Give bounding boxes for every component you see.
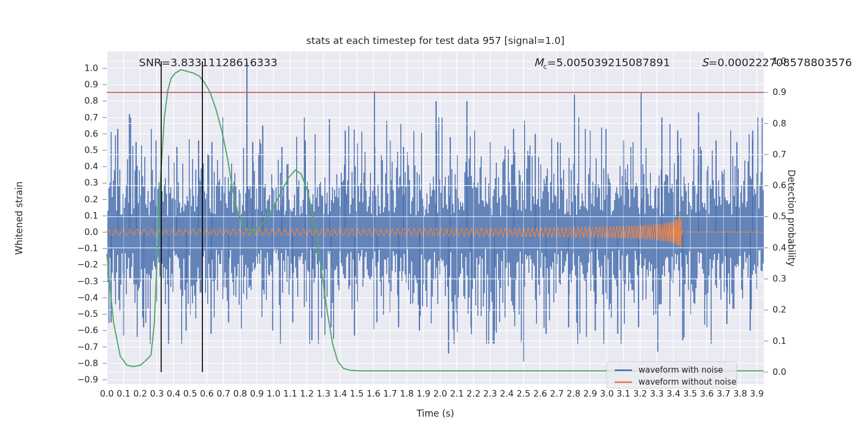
annotation-mc-value: =5.005039215087891	[547, 56, 670, 69]
annotation-s-value: =0.000222708578803576	[709, 56, 852, 69]
annotation-snr: SNR=3.83311128616333	[139, 56, 278, 69]
left-y-axis-label: Whitened strain	[14, 158, 24, 278]
chart-title: stats at each timestep for test data 957…	[107, 35, 764, 46]
legend-swatch-orange	[615, 381, 632, 383]
legend-swatch-blue	[615, 369, 632, 371]
legend-entry-signal: waveform without noise	[607, 376, 736, 388]
annotation-mc-var: M	[534, 56, 543, 69]
annotation-chirp-mass: Mc=5.005039215087891	[534, 56, 670, 71]
annotation-snr-text: SNR=3.83311128616333	[139, 56, 278, 69]
legend-label: waveform without noise	[639, 377, 736, 387]
figure: stats at each timestep for test data 957…	[0, 0, 868, 434]
right-y-axis-label: Detection probability	[786, 158, 797, 278]
annotation-s-var: S	[701, 56, 709, 69]
legend-entry-noise: waveform with noise	[607, 364, 736, 376]
annotation-score: S=0.000222708578803576	[701, 56, 852, 69]
legend: waveform with noise waveform without noi…	[607, 361, 737, 388]
legend-label: waveform with noise	[639, 365, 723, 375]
x-axis-label: Time (s)	[107, 408, 764, 419]
